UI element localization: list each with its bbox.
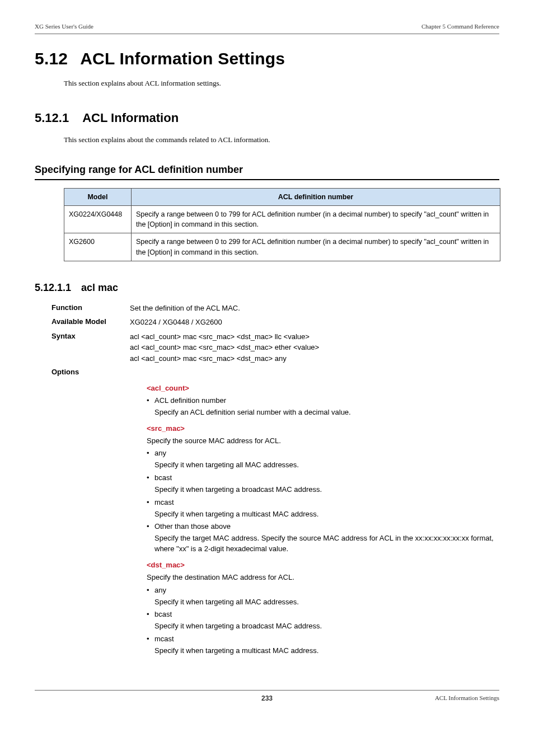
option-item: bcast Specify it when targeting a broadc… (147, 609, 499, 632)
option-item: bcast Specify it when targeting a broadc… (147, 473, 499, 495)
option-item-head: any (154, 586, 166, 594)
table-cell-desc: Specify a range between 0 to 299 for ACL… (132, 233, 500, 261)
option-item-head: Other than those above (154, 522, 231, 530)
option-item-sub: Specify the target MAC address. Specify … (154, 533, 499, 555)
syntax-line: acl <acl_count> mac <src_mac> <dst_mac> … (130, 342, 319, 353)
section-intro: This section explains about ACL informat… (64, 78, 499, 89)
section-title: 5.12ACL Information Settings (35, 46, 499, 71)
option-item: ACL definition number Specify an ACL def… (147, 396, 499, 418)
section-number: 5.12 (35, 46, 68, 71)
function-label: Function (51, 303, 130, 313)
option-name: <acl_count> (147, 383, 499, 394)
option-list: any Specify it when targeting all MAC ad… (147, 448, 499, 555)
option-item: any Specify it when targeting all MAC ad… (147, 448, 499, 471)
definition-list: Function Set the definition of the ACL M… (51, 303, 499, 656)
option-item-sub: Specify it when targeting all MAC addres… (154, 597, 499, 608)
subsection-intro: This section explains about the commands… (64, 135, 499, 145)
command-number: 5.12.1.1 (35, 280, 71, 295)
header-left: XG Series User's Guide (35, 22, 93, 31)
table-cell-model: XG0224/XG0448 (64, 206, 132, 233)
subsection-title-text: ACL Information (82, 111, 179, 125)
function-row: Function Set the definition of the ACL M… (51, 303, 499, 314)
syntax-line: acl <acl_count> mac <src_mac> <dst_mac> … (130, 353, 319, 364)
option-item-head: mcast (154, 635, 174, 643)
range-heading: Specifying range for ACL definition numb… (35, 162, 499, 180)
options-block: <acl_count> ACL definition number Specif… (147, 383, 499, 656)
command-title: acl mac (81, 282, 118, 293)
subsection-title: 5.12.1ACL Information (35, 109, 499, 127)
model-value: XG0224 / XG0448 / XG2600 (130, 317, 222, 328)
option-name: <dst_mac> (147, 560, 499, 571)
model-row: Available Model XG0224 / XG0448 / XG2600 (51, 317, 499, 328)
option-item-head: mcast (154, 498, 174, 506)
options-row: Options (51, 367, 499, 378)
table-header-model: Model (64, 189, 132, 206)
page-number: 233 (261, 694, 273, 703)
option-list: any Specify it when targeting all MAC ad… (147, 585, 499, 656)
option-item-sub: Specify it when targeting all MAC addres… (154, 460, 499, 471)
option-item-sub: Specify an ACL definition serial number … (154, 407, 499, 418)
option-item-sub: Specify it when targeting a broadcast MA… (154, 485, 499, 495)
syntax-line: acl <acl_count> mac <src_mac> <dst_mac> … (130, 331, 319, 342)
table-header-row: Model ACL definition number (64, 189, 500, 206)
subsection-number: 5.12.1 (35, 109, 69, 127)
command-heading: 5.12.1.1acl mac (35, 280, 499, 295)
option-item: Other than those above Specify the targe… (147, 522, 499, 555)
option-item-head: bcast (154, 610, 172, 618)
option-item-head: bcast (154, 473, 172, 482)
table-row: XG2600 Specify a range between 0 to 299 … (64, 233, 500, 261)
table-cell-desc: Specify a range between 0 to 799 for ACL… (132, 206, 500, 233)
option-item-head: any (154, 449, 166, 457)
footer-right: ACL Information Settings (435, 694, 499, 703)
option-item: any Specify it when targeting all MAC ad… (147, 585, 499, 608)
option-desc: Specify the destination MAC address for … (147, 572, 499, 583)
definition-table: Model ACL definition number XG0224/XG044… (64, 188, 500, 261)
syntax-value: acl <acl_count> mac <src_mac> <dst_mac> … (130, 331, 319, 364)
page-header: XG Series User's Guide Chapter 5 Command… (35, 22, 499, 34)
syntax-label: Syntax (51, 331, 130, 342)
option-item-sub: Specify it when targeting a broadcast MA… (154, 621, 499, 632)
option-item-head: ACL definition number (154, 396, 226, 405)
options-label: Options (51, 367, 130, 378)
section-title-text: ACL Information Settings (80, 49, 285, 68)
table-row: XG0224/XG0448 Specify a range between 0 … (64, 206, 500, 233)
table-cell-model: XG2600 (64, 233, 132, 261)
option-list: ACL definition number Specify an ACL def… (147, 396, 499, 418)
syntax-row: Syntax acl <acl_count> mac <src_mac> <ds… (51, 331, 499, 364)
option-item: mcast Specify it when targeting a multic… (147, 634, 499, 656)
header-right: Chapter 5 Command Reference (421, 22, 499, 31)
page-footer: 233 ACL Information Settings (35, 690, 499, 703)
table-header-desc: ACL definition number (132, 189, 500, 206)
option-desc: Specify the source MAC address for ACL. (147, 436, 499, 447)
model-label: Available Model (51, 317, 130, 327)
function-value: Set the definition of the ACL MAC. (130, 303, 240, 314)
option-item: mcast Specify it when targeting a multic… (147, 497, 499, 520)
option-item-sub: Specify it when targeting a multicast MA… (154, 509, 499, 520)
option-item-sub: Specify it when targeting a multicast MA… (154, 646, 499, 656)
option-name: <src_mac> (147, 424, 499, 434)
